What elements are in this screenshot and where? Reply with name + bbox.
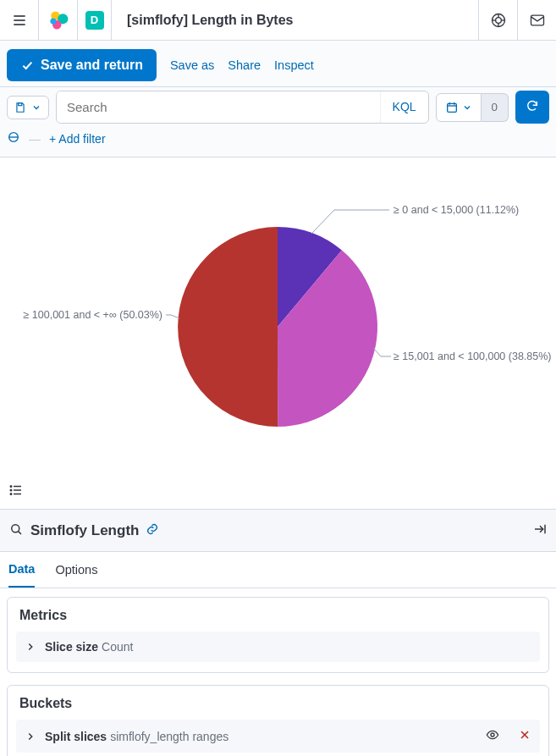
metric-sub: Count	[102, 640, 133, 654]
bucket-row[interactable]: Split slicessimflofy_length ranges	[16, 720, 540, 753]
svg-rect-15	[447, 103, 456, 112]
pie-chart: ≥ 0 and < 15,000 (11.12%) ≥ 15,001 and <…	[0, 157, 556, 479]
legend-toggle-icon[interactable]	[8, 483, 24, 500]
bucket-label: Split slices	[45, 730, 107, 743]
buckets-heading: Buckets	[16, 696, 540, 711]
inspect-button[interactable]: Inspect	[274, 58, 314, 72]
buckets-panel: Buckets Split slicessimflofy_length rang…	[7, 685, 549, 756]
pie-slice-0[interactable]	[178, 227, 278, 427]
divider: —	[29, 132, 41, 146]
svg-rect-13	[531, 15, 543, 25]
page-title: [simflofy] Length in Bytes	[112, 13, 478, 28]
refresh-icon	[526, 99, 539, 113]
pie-label-1: ≥ 0 and < 15,000 (11.12%)	[394, 204, 519, 216]
check-icon	[20, 58, 34, 72]
metric-label: Slice size	[45, 640, 98, 654]
time-picker-button[interactable]	[436, 93, 482, 122]
query-language-button[interactable]: KQL	[380, 91, 428, 123]
save-as-button[interactable]: Save as	[170, 58, 214, 72]
space-badge-letter: D	[85, 11, 104, 30]
chevron-right-icon	[25, 731, 36, 742]
share-button[interactable]: Share	[228, 58, 261, 72]
chevron-down-icon	[462, 102, 472, 113]
index-pattern-name: Simflofy Length	[30, 522, 139, 539]
mail-icon[interactable]	[517, 0, 556, 41]
tab-options[interactable]: Options	[55, 552, 97, 588]
collapse-panel-icon[interactable]	[532, 521, 548, 539]
refresh-button[interactable]	[515, 91, 549, 124]
metrics-heading: Metrics	[16, 608, 540, 623]
tab-data[interactable]: Data	[8, 552, 35, 588]
svg-point-25	[10, 489, 12, 491]
saved-query-button[interactable]	[7, 96, 49, 119]
svg-rect-14	[19, 102, 22, 105]
bucket-sub: simflofy_length ranges	[110, 730, 228, 743]
link-icon[interactable]	[146, 522, 159, 538]
save-icon	[14, 102, 26, 113]
svg-point-26	[10, 494, 12, 495]
remove-bucket-icon[interactable]	[518, 728, 531, 744]
svg-point-24	[10, 486, 12, 488]
toggle-visibility-icon[interactable]	[486, 728, 499, 744]
app-menu-button[interactable]	[0, 0, 39, 41]
search-input[interactable]	[57, 91, 380, 123]
search-icon	[8, 521, 24, 539]
save-and-return-label: Save and return	[41, 58, 143, 73]
elastic-logo[interactable]	[39, 0, 78, 41]
filter-options-icon[interactable]	[7, 130, 20, 146]
calendar-icon	[445, 101, 459, 114]
help-icon[interactable]	[478, 0, 517, 41]
svg-point-31	[491, 733, 494, 737]
space-badge[interactable]: D	[78, 0, 112, 41]
chevron-right-icon	[25, 641, 36, 653]
svg-point-6	[50, 18, 56, 24]
metric-row[interactable]: Slice sizeCount	[16, 632, 540, 662]
svg-point-27	[12, 525, 19, 533]
time-value-button[interactable]: 0	[482, 93, 509, 122]
svg-line-28	[19, 532, 21, 534]
search-input-group: KQL	[56, 91, 429, 124]
save-and-return-button[interactable]: Save and return	[7, 49, 157, 81]
metrics-panel: Metrics Slice sizeCount	[7, 597, 549, 673]
pie-label-0: ≥ 100,001 and < +∞ (50.03%)	[24, 309, 163, 321]
pie-label-2: ≥ 15,001 and < 100,000 (38.85%)	[394, 350, 552, 362]
chevron-down-icon	[31, 102, 41, 113]
add-filter-button[interactable]: + Add filter	[49, 132, 106, 146]
svg-point-8	[495, 17, 501, 23]
